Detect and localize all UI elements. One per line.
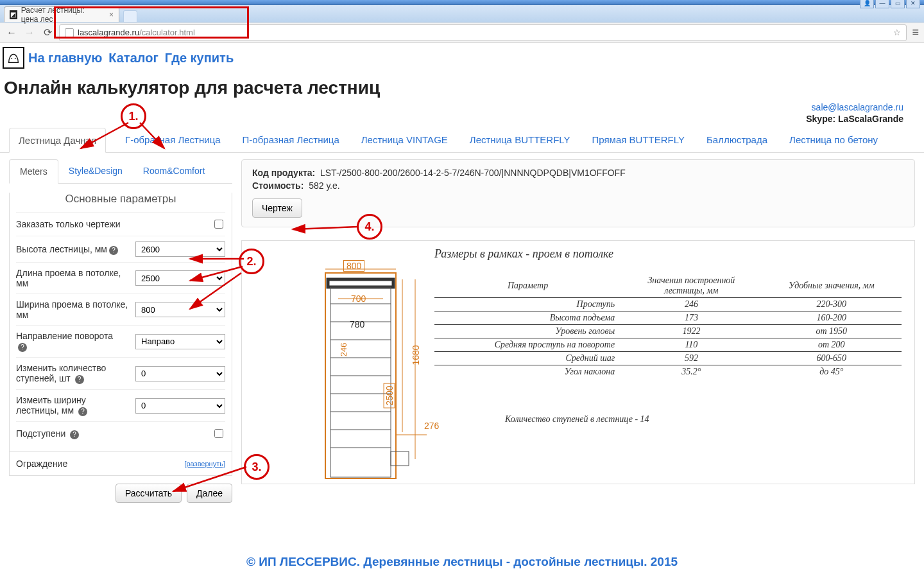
select-height[interactable]: 2600: [135, 241, 225, 257]
tab-butterfly[interactable]: Лестница BUTTERFLY: [467, 128, 573, 152]
select-length[interactable]: 2500: [135, 270, 225, 286]
help-icon[interactable]: ?: [109, 246, 118, 255]
link-catalog[interactable]: Каталог: [108, 51, 158, 65]
tab-vintage[interactable]: Лестница VINTAGE: [359, 128, 450, 152]
help-icon[interactable]: ?: [75, 375, 84, 384]
next-button[interactable]: Далее: [187, 484, 232, 503]
label-direction: Направление поворота: [16, 331, 113, 341]
dim-2500: 2500: [384, 383, 395, 408]
select-steps-delta[interactable]: 0: [135, 366, 225, 381]
expand-fence-link[interactable]: [развернуть]: [184, 460, 225, 468]
table-row: Средняя проступь на повороте110от 200: [434, 338, 902, 352]
svg-rect-13: [330, 287, 391, 477]
tab-title: Расчет лестницы: цена лес: [21, 6, 103, 24]
contact-block: sale@lascalagrande.ru Skype: LaScalaGran…: [806, 102, 903, 124]
product-code-label: Код продукта:: [252, 168, 315, 178]
tab-concrete[interactable]: Лестница по бетону: [787, 128, 880, 152]
svg-rect-19: [391, 451, 409, 466]
page-footer: © ИП ЛЕССЕРВИС. Деревянные лестницы - до…: [0, 555, 924, 569]
url-bar[interactable]: lascalagrande.ru/calculator.html ☆: [59, 24, 907, 41]
select-width-delta[interactable]: 0: [135, 398, 225, 414]
help-icon[interactable]: ?: [70, 430, 79, 439]
checkbox-drawings-only[interactable]: [214, 220, 223, 229]
new-tab-button[interactable]: [123, 10, 137, 22]
table-row: Проступь246220-300: [434, 298, 902, 311]
th-built: Значения построенной лестницы, мм: [621, 274, 761, 298]
subtab-meters[interactable]: Meters: [9, 159, 58, 184]
params-form: Основные параметры Заказать только черте…: [9, 193, 232, 452]
checkbox-risers[interactable]: [214, 429, 223, 438]
svg-rect-3: [328, 279, 393, 287]
table-row: Высота подъема173160-200: [434, 311, 902, 325]
tab-p-shaped[interactable]: П-образная Лестница: [240, 128, 342, 152]
label-steps-delta: Изменить количество ступеней, шт: [16, 363, 106, 383]
tab-close-icon[interactable]: ×: [109, 10, 114, 19]
browser-menu-icon[interactable]: ≡: [912, 26, 919, 39]
tab-g-shaped[interactable]: Г-образная Лестница: [123, 128, 223, 152]
subtab-room[interactable]: Room&Comfort: [133, 159, 215, 183]
url-path: /calculator.html: [139, 28, 195, 37]
th-param: Параметр: [434, 274, 621, 298]
window-titlebar: 👤 — ▭ ✕: [0, 0, 924, 5]
svg-point-1: [15, 58, 16, 59]
svg-point-0: [11, 58, 12, 59]
dim-700: 700: [351, 293, 366, 304]
tab-straight-butterfly[interactable]: Прямая BUTTERFLY: [590, 128, 687, 152]
drawing-button[interactable]: Чертеж: [252, 198, 302, 218]
browser-tab[interactable]: ◩ Расчет лестницы: цена лес ×: [4, 6, 119, 22]
label-risers: Подступени: [16, 428, 65, 439]
subtab-style[interactable]: Style&Design: [58, 159, 133, 183]
dim-800: 800: [343, 260, 364, 272]
nav-forward-icon[interactable]: →: [23, 26, 36, 39]
dim-246: 246: [339, 343, 348, 357]
logo-icon: [3, 47, 24, 69]
drawing-param-table: Параметр Значения построенной лестницы, …: [434, 274, 902, 378]
label-width: Ширина проема в потолке, мм: [16, 299, 135, 320]
tab-balustrade[interactable]: Баллюстрада: [704, 128, 770, 152]
steps-count-note: Количество ступеней в лестнице - 14: [505, 414, 649, 425]
dim-780: 780: [350, 319, 364, 329]
browser-tab-strip: ◩ Расчет лестницы: цена лес ×: [0, 5, 924, 22]
page-icon: [65, 28, 74, 37]
skype-value: LaScalaGrande: [838, 114, 903, 124]
params-title: Основные параметры: [16, 193, 225, 206]
link-where-to-buy[interactable]: Где купить: [165, 51, 234, 65]
select-width[interactable]: 800: [135, 302, 225, 317]
win-user-icon[interactable]: 👤: [860, 0, 874, 8]
dim-276: 276: [424, 421, 439, 431]
label-width-delta: Измеить ширину лестницы, мм: [16, 395, 86, 416]
drawing-title: Размеры в рамках - проем в потолке: [434, 247, 613, 261]
tab-dachnaya[interactable]: Лестница Дачная: [9, 128, 106, 153]
page-title: Онлайн калькулятор для расчета лестниц: [4, 78, 920, 98]
win-maximize-icon[interactable]: ▭: [891, 0, 905, 8]
product-price-value: 582 у.е.: [309, 180, 339, 191]
help-icon[interactable]: ?: [78, 407, 87, 416]
skype-label: Skype:: [806, 114, 835, 124]
nav-reload-icon[interactable]: ⟳: [41, 26, 54, 39]
header-bar: На главную Каталог Где купить: [0, 43, 924, 69]
table-row: Угол наклона35.2°до 45°: [434, 365, 902, 379]
product-info-box: Код продукта: LST-/2500-800-200/2600-14-…: [241, 159, 915, 227]
label-length: Длина проема в потолке, мм: [16, 268, 135, 288]
contact-email[interactable]: sale@lascalagrande.ru: [812, 102, 903, 112]
main-tabs: Лестница Дачная Г-образная Лестница П-об…: [0, 128, 924, 153]
fence-row: Ограждение [развернуть]: [9, 452, 232, 476]
link-home[interactable]: На главную: [28, 51, 102, 65]
select-direction[interactable]: Направо: [135, 334, 225, 349]
dim-1680: 1680: [411, 345, 421, 365]
drawing-preview: Размеры в рамках - проем в потолке: [241, 240, 915, 484]
product-code-value: LST-/2500-800-200/2600-14-2-5-7/246N-700…: [320, 168, 626, 178]
table-row: Средний шаг592600-650: [434, 352, 902, 365]
calculate-button[interactable]: Рассчитать: [116, 484, 182, 503]
table-row: Уровень головы1922от 1950: [434, 325, 902, 338]
nav-back-icon[interactable]: ←: [5, 26, 18, 39]
th-comfort: Удобные значения, мм: [762, 274, 902, 298]
browser-nav-row: ← → ⟳ lascalagrande.ru/calculator.html ☆…: [0, 22, 924, 43]
help-icon[interactable]: ?: [18, 343, 27, 352]
url-domain: lascalagrande.ru: [78, 28, 139, 37]
win-close-icon[interactable]: ✕: [906, 0, 920, 8]
sub-tabs: Meters Style&Design Room&Comfort: [9, 159, 232, 184]
win-minimize-icon[interactable]: —: [875, 0, 889, 8]
label-fence: Ограждение: [16, 459, 67, 469]
bookmark-star-icon[interactable]: ☆: [893, 28, 901, 37]
